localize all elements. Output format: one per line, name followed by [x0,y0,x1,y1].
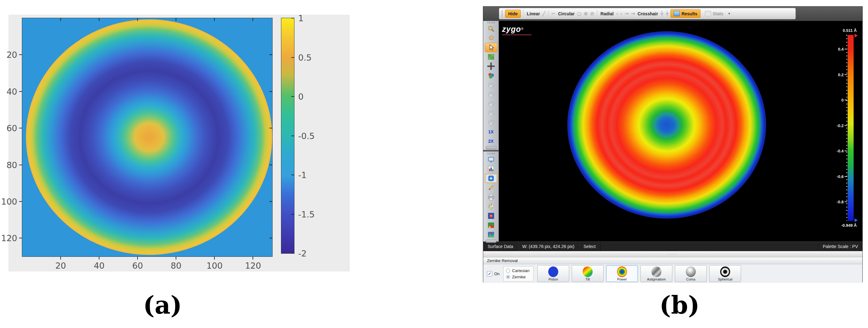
radio-zernike-label: Zernike [512,274,525,279]
x-axis-tick [176,18,176,21]
astigmatism-button[interactable]: Astigmatism [641,265,672,282]
piston-button-label: Piston [549,277,558,281]
radial-arc-icon-2[interactable]: ‹ [620,11,623,16]
select-cursor-icon[interactable] [485,43,497,52]
colorbar-tick [844,125,847,126]
y-axis-tick [19,128,22,128]
radial-label[interactable]: Radial [600,11,614,16]
piston-button[interactable]: Piston [537,265,569,282]
x-axis-tick [214,257,215,260]
3d-color-view-icon[interactable] [485,71,497,80]
mask-tool-icon-5[interactable] [485,118,497,127]
move-icon[interactable] [485,62,497,71]
crosshair-label[interactable]: Crosshair [637,11,658,16]
x-axis-tick [99,257,99,260]
on-checkbox[interactable]: ✓ On [487,271,499,276]
coma-button[interactable]: Coma [675,265,707,282]
zygo-colorbar: 0.511 Å -0.949 Å 0.40.20-0.2-0.4-0.6-0.8 [848,35,854,221]
y-axis-tick [19,238,22,238]
radial-arrow-icon-1[interactable]: → [624,11,629,16]
hide-button[interactable]: Hide [505,10,521,18]
radial-arrow-icon-2[interactable]: → [630,11,635,16]
mask-tool-icon-2[interactable] [485,90,497,99]
tilt-button[interactable]: Tilt [572,265,603,282]
plot-window-icon[interactable] [485,211,497,221]
x-tick-label: 20 [55,261,66,270]
strip-divider [483,150,499,152]
toolbar-band: HideLinear╱⌐Circular○⊕⊘Radial‹‹→→Crossha… [483,6,862,21]
coordinate-mode-group: Cartesian Zernike [503,266,533,282]
strip-grip-2[interactable] [488,153,494,154]
y-axis-tick [19,201,22,202]
panel-a-label: (a) [143,293,182,317]
pan-hand-icon[interactable] [485,33,497,43]
corner-slice-icon[interactable]: ⌐ [551,11,556,16]
zoom-2x-button-label: 2X [488,139,494,144]
colorbar-tick-label: 0.2 [838,72,844,77]
linear-slice-icon[interactable]: ╱ [542,11,546,16]
surface-map-icon-1[interactable] [485,221,497,230]
splitter-grip-icon[interactable]: ····· [668,252,678,256]
stats-button[interactable]: Stats [702,10,726,18]
surface-map-canvas[interactable]: zygo® 0.511 Å -0.949 Å 0.40.20-0.2-0.4-0… [499,21,862,241]
zoom-icon[interactable] [485,24,497,33]
radio-cartesian[interactable]: Cartesian [506,268,529,273]
histogram-icon[interactable] [485,164,497,174]
strip-expander-1[interactable] [486,146,496,149]
results-window-icon [674,11,680,16]
colorbar-tick-label: 0.5 [298,53,312,62]
radio-zernike[interactable]: Zernike [506,274,529,279]
print-icon[interactable] [485,192,497,202]
toolbar-separator [548,10,549,18]
strip-grip[interactable] [488,22,494,24]
circular-label[interactable]: Circular [557,11,575,16]
results-button[interactable]: Results [671,9,701,18]
y-axis-tick [270,165,272,165]
circle-exclude-icon[interactable]: ⊘ [590,11,594,16]
coma-glyph-icon [686,266,696,277]
crosshair-icon-2[interactable]: ┼ [665,11,669,16]
hide-button-label: Hide [508,11,518,16]
palette-icon[interactable] [485,202,497,211]
matlab-figure: 2040608010012020406080100120 10.50-0.5-1… [8,15,350,271]
toolbar-grip[interactable] [502,10,503,17]
mask-tool-icon-3[interactable] [485,99,497,108]
x-axis-tick [60,257,61,260]
radial-arc-icon-1[interactable]: ‹ [616,11,618,16]
tile-views-icon[interactable] [485,52,497,62]
mask-tool-icon-4[interactable] [485,108,497,118]
power-glyph-icon [617,266,627,277]
circle-icon[interactable]: ○ [577,11,582,16]
panel-splitter[interactable]: ····· [483,251,862,257]
radio-zernike-dot[interactable] [506,275,510,279]
zoom-2x-button[interactable]: 2X [485,136,497,146]
y-axis-tick [19,54,22,55]
piston-glyph-icon [548,266,558,277]
annotate-icon[interactable] [485,183,497,192]
x-tick-label: 80 [170,261,181,270]
zygo-logo: zygo® [502,25,531,35]
colorbar-max-marker [855,34,858,37]
zoom-1x-button[interactable]: 1X [485,127,497,136]
circle-center-icon[interactable]: ⊕ [583,11,588,16]
toolbar-overflow-caret[interactable]: ▾ [728,11,730,15]
x-tick-label: 120 [245,261,261,270]
linear-label[interactable]: Linear [526,11,540,16]
colorbar-tick [291,96,294,97]
colorbar-tick [844,176,847,177]
y-tick-label: 100 [1,196,17,206]
coma-button-label: Coma [686,277,695,281]
radio-cartesian-dot[interactable] [506,269,510,273]
colorbar-tick-label: 0 [298,92,304,101]
surface-map-disc [567,31,766,219]
crosshair-icon-1[interactable]: ┼ [660,11,664,16]
surface-map-icon-2[interactable] [485,230,497,239]
display-window-icon[interactable] [485,155,497,164]
checkbox-check-icon[interactable]: ✓ [487,271,492,276]
mask-tool-icon-1[interactable] [485,80,497,90]
colorbar-tick [844,201,847,202]
data-window-icon[interactable] [485,174,497,183]
power-button[interactable]: Power [606,265,638,282]
spherical-button[interactable]: Spherical [709,265,741,282]
y-axis-tick [270,128,272,128]
